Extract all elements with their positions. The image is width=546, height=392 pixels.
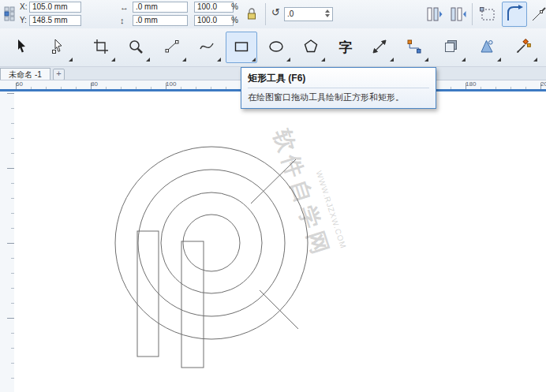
lock-ratio-button[interactable] [243,5,260,25]
x-label: X: [20,2,27,11]
tool-tooltip: 矩形工具 (F6) 在绘图窗口拖动工具绘制正方形和矩形。 [241,67,436,109]
angle-spinner[interactable] [325,9,331,17]
eyedropper-tool[interactable] [507,32,539,63]
ruler-number: 180 [466,80,476,88]
columns-icon [424,5,443,25]
flyout-indicator [286,58,290,62]
scale-x-field[interactable]: 100.0 [194,2,234,13]
freehand-tool[interactable] [156,32,188,63]
double-arrow-icon [371,38,388,57]
propbar-separator [265,3,266,25]
ruler-number: 60 [16,80,23,88]
flyout-indicator [111,58,115,62]
columns-button[interactable] [423,3,445,27]
rotation-angle-field[interactable]: .0 [284,7,333,21]
y-label: Y: [20,16,27,24]
pick-arrow-icon [13,38,31,57]
eyedropper-icon [514,38,532,57]
canvas-svg [14,91,546,392]
anchor-grid-icon [4,6,16,23]
freehand-line-icon [163,38,181,57]
corner-arrow-icon [505,4,524,24]
flyout-indicator [424,58,428,62]
text-tool-glyph: 字 [339,39,353,57]
object-height-icon: ↕ [120,16,125,25]
flyout-indicator [146,58,150,62]
tooltip-title: 矩形工具 (F6) [248,72,429,88]
ruler-number: 200 [540,80,546,88]
object-width-field[interactable]: .0 mm [133,2,188,13]
columns-reverse-button[interactable] [447,3,469,27]
connector-tool[interactable] [398,32,430,63]
polygon-icon [302,38,320,57]
flyout-indicator [182,58,186,62]
toolbox: 字 [0,28,546,67]
object-height-field[interactable]: .0 mm [133,15,188,26]
lock-icon [245,7,258,23]
columns-reverse-icon [448,5,467,25]
vertical-ruler[interactable] [0,91,15,392]
crop-tool[interactable] [85,32,117,63]
connector-icon [406,38,423,57]
ellipse-icon [267,38,285,57]
ruler-number: 100 [166,80,176,88]
shape-tool[interactable] [43,32,74,63]
percent-x-label: % [231,2,238,11]
curve-icon [198,38,215,57]
chamfer-corner-button[interactable] [529,3,546,27]
drop-shadow-icon [443,38,460,57]
zoom-tool[interactable] [120,32,151,63]
flyout-indicator [69,58,73,62]
magnifier-icon [127,38,144,57]
x-position-field[interactable]: 105.0 mm [29,2,81,13]
dashed-rect-icon [478,5,497,25]
drawing-canvas[interactable]: 软件自学网 WWW.RJZXW.COM [14,91,546,392]
round-corner-button[interactable] [502,2,527,27]
flyout-indicator [217,58,221,62]
coreldraw-window: X: 105.0 mm Y: 148.5 mm ↔ ↕ .0 mm .0 mm … [0,0,546,392]
rectangle-icon [233,38,250,57]
line-pen-icon [530,5,546,25]
dimension-tool[interactable] [364,32,395,63]
extrude-tool[interactable] [471,32,503,63]
crop-icon [92,38,110,57]
rotate-icon: ↺ [271,8,280,17]
extrude-icon [478,38,496,57]
scale-y-field[interactable]: 100.0 [194,15,234,26]
flyout-indicator [533,58,537,62]
rotation-angle-value: .0 [287,9,294,18]
rectangle-tool[interactable] [226,32,257,63]
pick-tool[interactable] [6,32,38,63]
bezier-tool[interactable] [191,32,223,63]
polygon-tool[interactable] [295,32,327,63]
marquee-button[interactable] [477,3,499,27]
flyout-indicator [462,58,466,62]
text-tool[interactable]: 字 [330,32,361,63]
shape-arrow-icon [50,38,67,57]
ellipse-tool[interactable] [260,32,292,63]
flyout-indicator [497,58,501,62]
new-document-tab-button[interactable]: + [53,69,65,80]
drop-shadow-tool[interactable] [436,32,467,63]
flyout-indicator [390,58,394,62]
object-width-icon: ↔ [120,2,129,12]
ruler-number: 80 [91,80,98,88]
y-position-field[interactable]: 148.5 mm [29,15,81,26]
flyout-indicator [252,58,256,62]
flyout-indicator [321,58,325,62]
property-bar: X: 105.0 mm Y: 148.5 mm ↔ ↕ .0 mm .0 mm … [0,0,546,29]
tooltip-body: 在绘图窗口拖动工具绘制正方形和矩形。 [248,91,429,103]
propbar-separator-2 [472,3,473,25]
percent-y-label: % [231,16,238,24]
